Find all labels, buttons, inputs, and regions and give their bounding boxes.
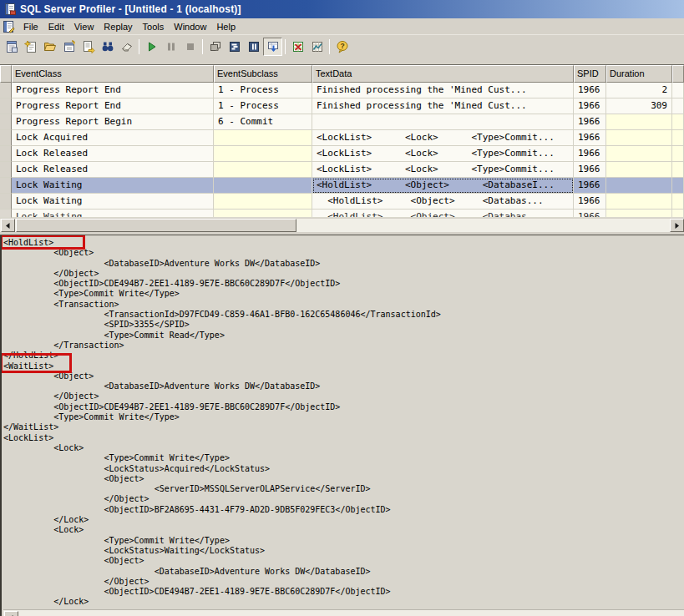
- toggle-pause-display-icon: [247, 40, 261, 53]
- pause-replay-button[interactable]: [161, 38, 180, 56]
- export-excel-button[interactable]: [288, 38, 307, 56]
- menu-items: FileEditViewReplayToolsWindowHelp: [18, 20, 241, 33]
- xml-line: </Lock>: [3, 597, 684, 607]
- row-margin-cell: [0, 130, 12, 146]
- menu-help[interactable]: Help: [211, 20, 241, 33]
- new-trace-button[interactable]: [21, 38, 40, 56]
- xml-line: <Lock>: [3, 443, 684, 453]
- cell-extra: [672, 178, 684, 194]
- menu-file[interactable]: File: [18, 20, 43, 33]
- open-trace-button[interactable]: [40, 38, 59, 56]
- xml-line: <Type>Commit Write</Type>: [3, 412, 684, 422]
- xml-line: <ObjectID>BF2A8695-4431-4F79-AD2D-9DB5F0…: [3, 505, 684, 515]
- scroll-right-arrow-icon: [673, 222, 681, 230]
- auto-scroll-icon: [266, 40, 280, 53]
- cell-text-data: Finished processing the 'Mined Cust...: [312, 83, 574, 98]
- table-row[interactable]: Lock Released<LockList> <Lock> <Type>Com…: [0, 146, 684, 162]
- xml-line: <Type>Commit Read</Type>: [3, 331, 684, 341]
- toolbar-separator: [329, 39, 330, 54]
- xml-line: <ServerID>MSSQLServerOLAPService</Server…: [3, 484, 684, 494]
- xml-line: <Object>: [3, 474, 684, 484]
- mdi-child-icon: [2, 20, 15, 33]
- cell-event-class: Lock Released: [12, 146, 214, 162]
- menu-edit[interactable]: Edit: [43, 20, 69, 33]
- auto-scroll-button[interactable]: [263, 38, 282, 56]
- help-button[interactable]: ?: [332, 38, 352, 56]
- xml-line: <Object>: [3, 371, 684, 381]
- find-button[interactable]: [98, 38, 117, 56]
- performance-chart-icon: [311, 40, 324, 53]
- xml-line: <WaitList>: [3, 361, 684, 371]
- holdlist-highlight-box: <HoldList>: [3, 238, 53, 248]
- cell-duration: [606, 114, 672, 130]
- cell-event-class: Lock Waiting: [12, 194, 214, 210]
- start-replay-button[interactable]: [142, 38, 161, 56]
- start-replay-icon: [145, 40, 159, 53]
- toolbar-separator: [139, 39, 139, 54]
- menu-tools[interactable]: Tools: [138, 20, 170, 33]
- detail-horizontal-scrollbar[interactable]: [3, 609, 684, 616]
- xml-line: <Type>Commit Write</Type>: [3, 536, 684, 546]
- scroll-left-button[interactable]: [1, 219, 15, 232]
- cell-event-class: Lock Waiting: [12, 210, 214, 218]
- grouped-view-button[interactable]: [225, 38, 244, 56]
- table-row[interactable]: Progress Report End1 - ProcessFinished p…: [0, 98, 684, 114]
- cell-extra: [672, 194, 684, 210]
- cell-event-subclass: [214, 194, 312, 210]
- table-row[interactable]: Lock Waiting <HoldList> <Object> <Databa…: [0, 194, 684, 210]
- performance-chart-button[interactable]: [307, 38, 327, 56]
- grid-horizontal-scrollbar[interactable]: [0, 218, 684, 232]
- cell-event-class: Progress Report Begin: [12, 114, 214, 130]
- table-row[interactable]: Progress Report Begin6 - Commit1966: [0, 114, 684, 130]
- xml-line: <SPID>3355</SPID>: [3, 320, 684, 330]
- stop-replay-button[interactable]: [180, 38, 200, 56]
- detail-scroll-left-button[interactable]: [4, 611, 18, 616]
- cell-text-data: <HoldList> <Object> <Databas...: [312, 194, 574, 210]
- scroll-right-button[interactable]: [670, 219, 684, 232]
- toggle-pause-display-button[interactable]: [244, 38, 263, 56]
- table-row[interactable]: Progress Report End1 - ProcessFinished p…: [0, 83, 684, 98]
- help-icon: ?: [336, 40, 349, 53]
- row-margin-cell: [0, 194, 12, 210]
- cell-text-data: <LockList> <Lock> <Type>Commit...: [312, 162, 574, 178]
- grid-scrollbar-thumb[interactable]: [16, 219, 296, 232]
- export-trace-button[interactable]: [79, 38, 98, 56]
- xml-line: <DatabaseID>Adventure Works DW</Database…: [3, 381, 684, 391]
- client-divider: [0, 59, 684, 65]
- menu-replay[interactable]: Replay: [99, 20, 137, 33]
- cell-event-subclass: 1 - Process: [214, 83, 312, 98]
- save-trace-icon: [63, 40, 76, 53]
- table-row[interactable]: Lock Waiting <HoldList> <Object> <Databa…: [0, 210, 684, 218]
- clear-trace-icon: [120, 40, 134, 53]
- cell-text-data: <HoldList> <Object> <Databas: [312, 210, 574, 218]
- cell-event-class: Lock Waiting: [12, 178, 214, 194]
- table-row[interactable]: Lock Waiting<HoldList> <Object> <Databas…: [0, 178, 684, 194]
- menu-view[interactable]: View: [69, 20, 99, 33]
- save-trace-button[interactable]: [59, 38, 79, 56]
- cascade-windows-button[interactable]: [205, 38, 225, 56]
- column-header-eventsubclass[interactable]: EventSubclass: [214, 65, 312, 83]
- cell-spid: 1966: [574, 98, 606, 114]
- table-row[interactable]: Lock Acquired<LockList> <Lock> <Type>Com…: [0, 130, 684, 146]
- find-icon: [101, 40, 114, 53]
- cell-duration: 2: [606, 83, 672, 98]
- table-row[interactable]: Lock Released<LockList> <Lock> <Type>Com…: [0, 162, 684, 178]
- xml-line: </Object>: [3, 494, 684, 504]
- column-header-duration[interactable]: Duration: [606, 65, 672, 83]
- xml-line: </HoldList>: [3, 351, 684, 361]
- column-header-textdata[interactable]: TextData: [312, 65, 574, 83]
- trace-properties-button[interactable]: [2, 38, 21, 56]
- clear-trace-button[interactable]: [117, 38, 136, 56]
- xml-line: <ObjectID>CDE494B7-2EE1-4189-9E7E-BBC60C…: [3, 279, 684, 289]
- cell-duration: [606, 194, 672, 210]
- cell-text-data: <LockList> <Lock> <Type>Commit...: [312, 130, 574, 146]
- cell-event-class: Progress Report End: [12, 98, 214, 114]
- cell-event-class: Lock Released: [12, 162, 214, 178]
- column-header-spid[interactable]: SPID: [574, 65, 606, 83]
- menu-window[interactable]: Window: [169, 20, 211, 33]
- column-header-eventclass[interactable]: EventClass: [12, 65, 214, 83]
- title-bar: SQL Server Profiler - [Untitled - 1 (loc…: [0, 0, 684, 18]
- cell-duration: [606, 162, 672, 178]
- cell-extra: [672, 210, 684, 218]
- stop-replay-icon: [184, 40, 197, 53]
